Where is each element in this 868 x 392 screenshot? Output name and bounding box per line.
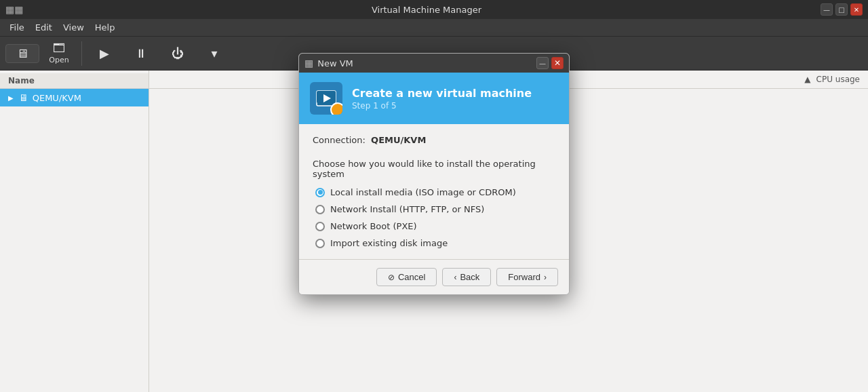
connection-line: Connection: QEMU/KVM xyxy=(313,135,555,145)
wizard-step: Step 1 of 5 xyxy=(352,101,532,111)
forward-icon: › xyxy=(544,273,547,282)
dialog-titlebar-right: — ✕ xyxy=(536,57,564,69)
cancel-icon: ⊘ xyxy=(388,273,395,282)
dialog-body: Connection: QEMU/KVM Choose how you woul… xyxy=(299,124,569,259)
minimize-button[interactable]: — xyxy=(821,3,833,16)
dialog-title-icon: ▦ xyxy=(304,58,313,68)
cpu-arrow-icon: ▲ xyxy=(804,75,810,84)
new-vm-icon: 🖥 xyxy=(16,47,28,60)
run-icon: ▶ xyxy=(100,47,109,60)
pause-icon: ⏸ xyxy=(135,47,147,60)
dialog-titlebar: ▦ New VM — ✕ xyxy=(299,54,569,73)
radio-network-boot[interactable] xyxy=(315,222,325,231)
new-vm-dialog: ▦ New VM — ✕ Create a new virtual machin… xyxy=(298,53,570,295)
dialog-titlebar-text: New VM xyxy=(317,58,353,68)
wizard-icon xyxy=(310,82,342,115)
cpu-usage-area: ▲ CPU usage xyxy=(804,75,860,84)
option-import-disk-label: Import existing disk image xyxy=(330,238,448,248)
sidebar-item-label: QEMU/KVM xyxy=(33,93,81,103)
dialog-header-banner: Create a new virtual machine Step 1 of 5 xyxy=(299,73,569,124)
sidebar: Name ▶ 🖥 QEMU/KVM xyxy=(0,71,149,392)
install-options: Local install media (ISO image or CDROM)… xyxy=(313,187,555,248)
connection-label: Connection: xyxy=(313,135,368,145)
cpu-usage-label: CPU usage xyxy=(816,75,860,84)
power-button[interactable]: ⏻ xyxy=(161,45,195,62)
toolbar-sep-1 xyxy=(81,41,82,66)
option-network-boot-label: Network Boot (PXE) xyxy=(330,221,417,231)
connection-value: QEMU/KVM xyxy=(371,135,426,145)
connection-icon: 🖥 xyxy=(19,92,28,103)
menubar: File Edit View Help xyxy=(0,19,868,37)
close-button[interactable]: ✕ xyxy=(850,3,863,16)
open-button[interactable]: 🗔 Open xyxy=(42,39,76,67)
window-title: Virtual Machine Manager xyxy=(33,5,821,15)
expand-arrow-icon: ▶ xyxy=(8,94,14,102)
power-dropdown[interactable]: ▾ xyxy=(197,45,231,62)
dialog-titlebar-left: ▦ New VM xyxy=(304,58,353,68)
run-button[interactable]: ▶ xyxy=(87,45,121,62)
option-local[interactable]: Local install media (ISO image or CDROM) xyxy=(315,187,553,197)
new-vm-button[interactable]: 🖥 xyxy=(5,44,39,63)
menu-view[interactable]: View xyxy=(58,21,90,34)
back-label: Back xyxy=(460,272,479,282)
maximize-button[interactable]: □ xyxy=(835,3,848,16)
cancel-button[interactable]: ⊘ Cancel xyxy=(376,268,437,286)
power-icon: ⏻ xyxy=(172,47,184,60)
back-button[interactable]: ‹ Back xyxy=(442,268,491,286)
radio-local[interactable] xyxy=(315,188,325,197)
radio-network-install[interactable] xyxy=(315,205,325,214)
wizard-title: Create a new virtual machine xyxy=(352,87,532,100)
menu-file[interactable]: File xyxy=(4,21,30,34)
app-icon: ▦▦ xyxy=(5,4,23,15)
menu-edit[interactable]: Edit xyxy=(30,21,58,34)
option-network-boot[interactable]: Network Boot (PXE) xyxy=(315,221,553,231)
option-local-label: Local install media (ISO image or CDROM) xyxy=(330,187,516,197)
dialog-minimize-btn[interactable]: — xyxy=(536,57,549,69)
dialog-footer: ⊘ Cancel ‹ Back Forward › xyxy=(299,259,569,294)
dialog-close-btn[interactable]: ✕ xyxy=(551,57,564,69)
pause-button[interactable]: ⏸ xyxy=(124,45,158,62)
open-label: Open xyxy=(49,56,68,64)
forward-button[interactable]: Forward › xyxy=(496,268,558,286)
install-label: Choose how you would like to install the… xyxy=(313,159,555,179)
titlebar: ▦▦ Virtual Machine Manager — □ ✕ xyxy=(0,0,868,19)
radio-import-disk[interactable] xyxy=(315,239,325,248)
window-controls: — □ ✕ xyxy=(821,3,863,16)
option-network-install-label: Network Install (HTTP, FTP, or NFS) xyxy=(330,204,484,214)
open-icon: 🗔 xyxy=(53,42,65,54)
option-network-install[interactable]: Network Install (HTTP, FTP, or NFS) xyxy=(315,204,553,214)
cancel-label: Cancel xyxy=(398,272,425,282)
sidebar-item-qemu-kvm[interactable]: ▶ 🖥 QEMU/KVM xyxy=(0,89,149,106)
dropdown-icon: ▾ xyxy=(211,47,217,60)
forward-label: Forward xyxy=(508,272,540,282)
name-column-label: Name xyxy=(8,76,35,85)
menu-help[interactable]: Help xyxy=(90,21,121,34)
option-import-disk[interactable]: Import existing disk image xyxy=(315,238,553,248)
dialog-header-text: Create a new virtual machine Step 1 of 5 xyxy=(352,87,532,111)
back-icon: ‹ xyxy=(454,273,456,282)
column-header-name: Name xyxy=(0,73,149,89)
